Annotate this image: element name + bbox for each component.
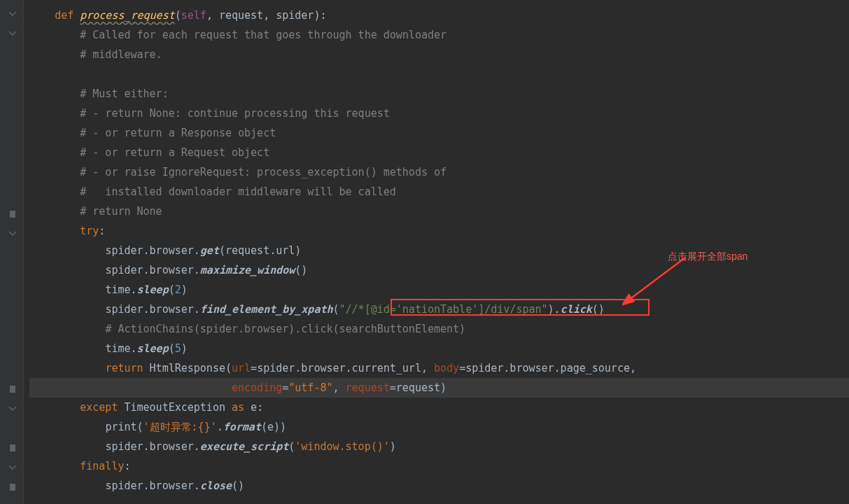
collapse-icon[interactable] xyxy=(8,29,17,38)
annotation-label: 点击展开全部span xyxy=(668,246,748,266)
kwarg: body xyxy=(434,362,459,374)
svg-rect-1 xyxy=(10,386,15,393)
code-line[interactable]: time.sleep(5) xyxy=(29,339,849,358)
string-literal: "utf-8" xyxy=(288,382,332,394)
svg-rect-2 xyxy=(10,444,15,451)
comment: # Called for each request that goes thro… xyxy=(80,29,447,41)
method-call: execute_script xyxy=(200,440,288,453)
collapse-icon[interactable] xyxy=(8,405,17,413)
keyword-return: return xyxy=(105,362,149,374)
number-literal: 2 xyxy=(175,284,181,296)
param: spider xyxy=(276,9,314,22)
code-line[interactable]: # ActionChains(spider.browser).click(sea… xyxy=(29,319,849,339)
method-call: maximize_window xyxy=(200,264,295,276)
code-line[interactable]: time.sleep(2) xyxy=(29,280,849,300)
method-call: format xyxy=(223,421,261,433)
bookmark-icon[interactable] xyxy=(8,444,17,452)
comment: # - or return a Response object xyxy=(80,127,276,139)
code-line[interactable]: spider.browser.close() xyxy=(29,476,849,496)
method-call: get xyxy=(200,244,219,257)
comment: # ActionChains(spider.browser).click(sea… xyxy=(105,323,465,335)
svg-rect-0 xyxy=(10,211,15,218)
keyword-def: def xyxy=(55,9,80,22)
keyword-try: try xyxy=(80,225,99,237)
kwarg: request xyxy=(346,382,390,394)
code-line[interactable]: except TimeoutException as e: xyxy=(29,398,849,417)
method-call: sleep xyxy=(137,342,169,355)
code-line[interactable]: spider.browser.execute_script('window.st… xyxy=(29,437,849,456)
code-line[interactable]: # - or return a Response object xyxy=(29,123,849,143)
code-line[interactable]: print('超时异常:{}'.format(e)) xyxy=(29,417,849,437)
collapse-icon[interactable] xyxy=(8,230,17,238)
comment: # return None xyxy=(80,205,162,218)
comment: # Must either: xyxy=(80,88,168,100)
string-literal: '超时异常:{}' xyxy=(143,421,217,433)
param: request xyxy=(219,9,263,22)
code-line[interactable]: # return None xyxy=(29,202,849,221)
bookmark-icon[interactable] xyxy=(8,483,17,491)
code-line[interactable]: # Must either: xyxy=(29,84,849,104)
code-line[interactable]: return HtmlResponse(url=spider.browser.c… xyxy=(29,358,849,378)
string-literal: "//*[@id='nationTable']/div/span" xyxy=(339,303,548,316)
method-call: close xyxy=(200,479,232,492)
comment: # installed downloader middleware will b… xyxy=(80,186,396,198)
code-content[interactable]: def process_request(self, request, spide… xyxy=(24,0,849,504)
keyword-except: except xyxy=(80,401,124,414)
code-line[interactable]: finally: xyxy=(29,456,849,476)
bookmark-icon[interactable] xyxy=(8,385,17,393)
param-self: self xyxy=(181,9,206,22)
code-line[interactable]: # - or raise IgnoreRequest: process_exce… xyxy=(29,162,849,182)
collapse-icon[interactable] xyxy=(8,463,17,472)
code-line[interactable]: spider.browser.find_element_by_xpath("//… xyxy=(29,300,849,319)
comment: # - return None: continue processing thi… xyxy=(80,107,390,120)
method-call: sleep xyxy=(137,284,169,296)
svg-rect-3 xyxy=(10,484,15,491)
bookmark-icon[interactable] xyxy=(8,210,17,218)
code-editor: def process_request(self, request, spide… xyxy=(0,0,849,504)
kwarg: encoding xyxy=(232,382,282,394)
method-call: find_element_by_xpath xyxy=(200,303,333,316)
keyword-finally: finally xyxy=(80,460,124,472)
collapse-icon[interactable] xyxy=(8,10,17,18)
comment: # - or return a Request object xyxy=(80,146,269,159)
editor-gutter[interactable] xyxy=(0,0,24,504)
number-literal: 5 xyxy=(175,342,181,355)
code-line[interactable]: # - return None: continue processing thi… xyxy=(29,104,849,123)
comment: # middleware. xyxy=(80,48,162,61)
comment: # - or raise IgnoreRequest: process_exce… xyxy=(80,166,447,178)
code-line[interactable]: # middleware. xyxy=(29,45,849,64)
method-call: click xyxy=(561,303,592,316)
function-name: process_request xyxy=(80,9,174,22)
code-line[interactable]: # Called for each request that goes thro… xyxy=(29,25,849,45)
code-line[interactable] xyxy=(29,64,849,84)
code-line[interactable]: # - or return a Request object xyxy=(29,143,849,162)
code-line[interactable]: def process_request(self, request, spide… xyxy=(29,6,849,25)
string-literal: 'window.stop()' xyxy=(295,440,389,453)
keyword-as: as xyxy=(232,401,251,414)
kwarg: url xyxy=(232,362,251,374)
code-line[interactable]: # installed downloader middleware will b… xyxy=(29,182,849,202)
code-line[interactable]: try: xyxy=(29,221,849,241)
code-line-highlighted[interactable]: encoding="utf-8", request=request) xyxy=(29,378,849,398)
